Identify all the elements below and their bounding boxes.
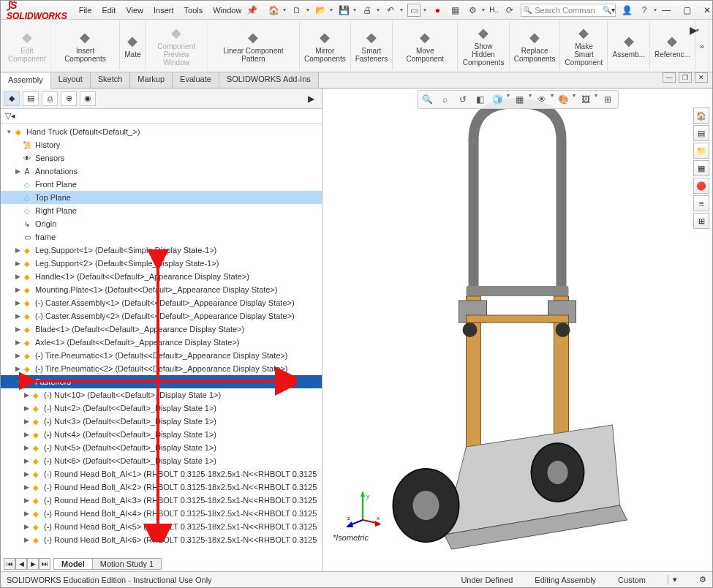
resources-tab-icon[interactable]: ▤ bbox=[693, 125, 709, 141]
ribbon-linear-component-pattern[interactable]: ◆Linear Component Pattern bbox=[208, 21, 300, 70]
ribbon-replace-components[interactable]: ◆ReplaceComponents bbox=[510, 21, 561, 70]
settings-icon[interactable]: ⚙ bbox=[466, 4, 479, 17]
tree-item[interactable]: 👁Sensors bbox=[1, 151, 322, 165]
tree-item[interactable]: ◇Right Plane bbox=[1, 204, 322, 217]
filter-row[interactable]: ▽◂ bbox=[1, 109, 322, 124]
tree-item[interactable]: ▶◆(-) Round Head Bolt_AI<3> (RHBOLT 0.31… bbox=[1, 494, 322, 507]
expand-icon[interactable]: ▶ bbox=[23, 431, 30, 438]
tab-solidworks-add-ins[interactable]: SOLIDWORKS Add-Ins bbox=[219, 72, 319, 88]
expand-icon[interactable]: ▾ bbox=[14, 378, 21, 385]
nav-arrow[interactable]: ⏮ bbox=[4, 558, 15, 570]
tree-item[interactable]: ▶◆(-) Nut<6> (Default<<Default>_Display … bbox=[1, 454, 322, 467]
panel-expand-icon[interactable]: ▶ bbox=[308, 94, 319, 104]
search-input[interactable]: Search Comman 🔍▾ bbox=[521, 4, 616, 17]
tree-item[interactable]: ▶AAnnotations bbox=[1, 165, 322, 178]
tree-item[interactable]: ▶◆(-) Caster.Assembly<1> (Default<<Defau… bbox=[1, 296, 322, 309]
expand-icon[interactable]: ▾ bbox=[5, 128, 12, 135]
expand-icon[interactable]: ▶ bbox=[23, 497, 30, 504]
tree-item[interactable]: ▶◆(-) Nut<3> (Default<<Default>_Display … bbox=[1, 415, 322, 428]
open-icon[interactable]: 📂 bbox=[314, 4, 327, 17]
dim-tab[interactable]: ⊕ bbox=[61, 91, 77, 106]
tree-item[interactable]: ▶◆(-) Nut<10> (Default<<Default>_Display… bbox=[1, 388, 322, 402]
maximize-button[interactable]: ▢ bbox=[677, 3, 696, 18]
tree-item[interactable]: ▶◆(-) Nut<4> (Default<<Default>_Display … bbox=[1, 428, 322, 441]
ribbon-mirror-components[interactable]: ◆MirrorComponents bbox=[300, 21, 351, 70]
tab-evaluate[interactable]: Evaluate bbox=[173, 72, 219, 88]
expand-icon[interactable]: ▶ bbox=[23, 470, 30, 478]
expand-icon[interactable]: ▶ bbox=[23, 536, 30, 543]
appearances-tab-icon[interactable]: 🔴 bbox=[693, 178, 709, 194]
tree-item[interactable]: ▶◆(-) Round Head Bolt_AI<6> (RHBOLT 0.31… bbox=[1, 533, 322, 546]
close-button[interactable]: ✕ bbox=[698, 3, 713, 18]
refresh-icon[interactable]: ⟳ bbox=[503, 4, 516, 17]
expand-icon[interactable]: ▶ bbox=[14, 365, 21, 372]
pin-icon[interactable]: 📌 bbox=[246, 4, 258, 17]
status-custom[interactable]: Custom bbox=[618, 576, 646, 584]
view-triad[interactable]: y x z bbox=[344, 491, 381, 527]
views-tab-icon[interactable]: ▦ bbox=[693, 160, 709, 176]
tree-item[interactable]: ▶◆(-) Round Head Bolt_AI<5> (RHBOLT 0.31… bbox=[1, 520, 322, 533]
expand-icon[interactable]: ▶ bbox=[23, 444, 30, 451]
section-view-icon[interactable]: ◧ bbox=[473, 92, 488, 107]
tree-item[interactable]: ▶◆Leg.Support<1> (Default<Simple Display… bbox=[1, 244, 322, 257]
tree-item[interactable]: ▭frame bbox=[1, 230, 322, 244]
display-style-icon[interactable]: ▦ bbox=[513, 92, 527, 107]
tree-item[interactable]: ▾📁Fasteners bbox=[1, 375, 322, 388]
view-settings-icon[interactable]: ⊞ bbox=[600, 92, 615, 107]
doc-restore-button[interactable]: ❐ bbox=[679, 72, 692, 83]
new-icon[interactable]: 🗋 bbox=[290, 4, 303, 17]
status-gear-icon[interactable]: ⚙ bbox=[699, 575, 706, 584]
rebuild-icon[interactable]: ● bbox=[431, 4, 444, 17]
view-orientation-icon[interactable]: 🧊 bbox=[491, 92, 505, 107]
tab-sketch[interactable]: Sketch bbox=[91, 72, 131, 88]
tree-item[interactable]: ▶◆Axle<1> (Default<<Default>_Appearance … bbox=[1, 336, 322, 349]
zoom-area-icon[interactable]: ⌕ bbox=[438, 92, 453, 107]
nav-arrow[interactable]: ⏭ bbox=[39, 558, 50, 570]
home-icon[interactable]: 🏠 bbox=[267, 4, 280, 17]
library-tab-icon[interactable]: 📁 bbox=[693, 143, 709, 159]
ribbon-smart-fasteners[interactable]: ◆SmartFasteners bbox=[351, 21, 393, 70]
expand-icon[interactable]: ▶ bbox=[14, 299, 21, 306]
config-tab[interactable]: ⎙ bbox=[42, 91, 58, 106]
tree-root[interactable]: ▾ ◆ Hand Truck (Default<Default_>) bbox=[1, 125, 322, 138]
doc-close-button[interactable]: ✕ bbox=[695, 72, 708, 83]
forum-tab-icon[interactable]: ⊞ bbox=[693, 213, 709, 229]
tree-item[interactable]: ▶◆(-) Tire.Pneumatic<2> (Default<<Defaul… bbox=[1, 362, 322, 375]
expand-icon[interactable]: ▶ bbox=[14, 167, 21, 175]
display-tab[interactable]: ◉ bbox=[80, 91, 96, 106]
tab-markup[interactable]: Markup bbox=[130, 72, 173, 88]
doc-minimize-button[interactable]: — bbox=[663, 72, 676, 83]
property-tab[interactable]: ▤ bbox=[23, 91, 39, 106]
expand-icon[interactable]: ▶ bbox=[23, 483, 30, 491]
tree-item[interactable]: 📜History bbox=[1, 138, 322, 151]
ribbon-show-hidden-components[interactable]: ◆Show HiddenComponents bbox=[458, 21, 509, 70]
previous-view-icon[interactable]: ↺ bbox=[456, 92, 470, 107]
expand-icon[interactable]: ▶ bbox=[14, 273, 21, 280]
bottom-tab-model[interactable]: Model bbox=[53, 558, 93, 570]
hide-show-icon[interactable]: 👁 bbox=[535, 92, 549, 107]
tab-assembly[interactable]: Assembly bbox=[1, 73, 51, 88]
undo-icon[interactable]: ↶ bbox=[384, 4, 397, 17]
expand-icon[interactable]: ▶ bbox=[14, 325, 21, 333]
menu-window[interactable]: Window bbox=[208, 4, 246, 16]
apply-scene-icon[interactable]: 🖼 bbox=[578, 92, 593, 107]
tree-item[interactable]: ▶◆(-) Nut<5> (Default<<Default>_Display … bbox=[1, 441, 322, 454]
expand-icon[interactable]: ▶ bbox=[14, 246, 21, 254]
tree-item[interactable]: ▶◆Leg.Support<2> (Default<Simple_Display… bbox=[1, 257, 322, 270]
tree-item[interactable]: ▶◆(-) Round Head Bolt_AI<4> (RHBOLT 0.31… bbox=[1, 507, 322, 520]
expand-icon[interactable]: ▶ bbox=[14, 312, 21, 320]
help-icon[interactable]: ? bbox=[638, 4, 651, 17]
expand-icon[interactable]: ▶ bbox=[14, 260, 21, 267]
tree-item[interactable]: ↳Origin bbox=[1, 217, 322, 230]
print-icon[interactable]: 🖨 bbox=[361, 4, 374, 17]
nav-arrow[interactable]: ▶ bbox=[27, 558, 39, 570]
ribbon-insert-components[interactable]: ◆Insert Components bbox=[51, 21, 121, 70]
nav-arrow[interactable]: ◀ bbox=[15, 558, 27, 570]
tree-item[interactable]: ▶◆Mounting.Plate<1> (Default<<Default>_A… bbox=[1, 283, 322, 296]
tree-item[interactable]: ▶◆(-) Round Head Bolt_AI<1> (RHBOLT 0.31… bbox=[1, 467, 322, 480]
menu-edit[interactable]: Edit bbox=[97, 4, 120, 16]
menu-tools[interactable]: Tools bbox=[180, 4, 208, 16]
expand-icon[interactable]: ▶ bbox=[23, 391, 30, 399]
tree-item[interactable]: ◇Top Plane bbox=[1, 191, 322, 204]
zoom-fit-icon[interactable]: 🔍 bbox=[420, 92, 435, 107]
